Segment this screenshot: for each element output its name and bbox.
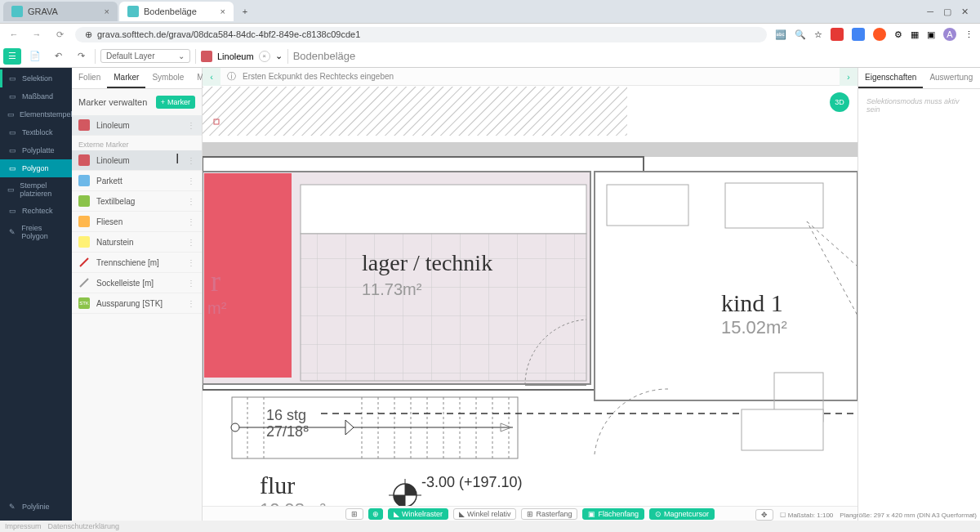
marker-item[interactable]: Fliesen ⋮ [72, 212, 202, 232]
marker-item[interactable]: STK Aussparung [STK] ⋮ [72, 293, 202, 314]
menu-icon[interactable]: ⋮ [964, 29, 973, 40]
plan-size: Plangröße: 297 x 420 mm (DIN A3 Querform… [840, 512, 977, 519]
status-icon-button[interactable]: ⊕ [368, 508, 383, 520]
tab-label: Bodenbeläge [144, 7, 197, 16]
more-icon[interactable]: ⋮ [187, 121, 195, 130]
tool-polylinie[interactable]: ✎Polylinie [0, 498, 72, 516]
profile-icon[interactable]: A [943, 28, 956, 41]
subtab-folien[interactable]: Folien [72, 68, 107, 88]
winkelraster-button[interactable]: ◣ Winkelraster [388, 508, 448, 520]
datenschutz-link[interactable]: Datenschutzerklärung [48, 522, 120, 530]
chevron-down-icon[interactable]: ⌄ [275, 51, 283, 61]
file-icon[interactable]: 📄 [26, 48, 44, 65]
status-icon-button[interactable]: ✥ [755, 509, 773, 521]
marker-swatch [78, 175, 90, 186]
polygon-icon: ▭ [7, 163, 17, 173]
marker-item[interactable]: Trennschiene [m] ⋮ [72, 253, 202, 273]
ext-icon[interactable]: ▦ [911, 29, 919, 40]
scale-label: ☐ Maßstab: 1:100 [780, 512, 833, 519]
zoom-icon[interactable]: 🔍 [795, 29, 806, 40]
cursor-icon: ▭ [7, 74, 17, 83]
layer-select[interactable]: Default Layer ⌄ [100, 49, 190, 63]
left-toolbar: ▭Selektion ▭Maßband ▭Elementstempel ▭Tex… [0, 68, 72, 521]
hint-prev-button[interactable]: ‹ [203, 68, 220, 86]
impressum-link[interactable]: Impressum [5, 522, 42, 530]
tab-eigenschaften[interactable]: Eigenschaften [858, 68, 923, 88]
redo-icon[interactable]: ↷ [72, 48, 90, 65]
marker-item[interactable]: Naturstein ⋮ [72, 232, 202, 253]
ext-pdf-icon[interactable] [831, 28, 844, 41]
more-icon[interactable]: ⋮ [187, 238, 195, 247]
tool-selektion[interactable]: ▭Selektion [0, 69, 72, 87]
ext-icon[interactable] [873, 28, 886, 41]
tool-elementstempel[interactable]: ▭Elementstempel [0, 105, 72, 123]
subtab-marker[interactable]: Marker [107, 68, 145, 88]
floorplan[interactable]: r m² lager / technik 11.73m² kind 1 15.0… [203, 86, 858, 521]
ruler-icon: ▭ [7, 92, 17, 101]
add-marker-button[interactable]: + Marker [156, 96, 195, 109]
tool-polyplatte[interactable]: ▭Polyplatte [0, 141, 72, 159]
extension-icons: 🔤 🔍 ☆ ⚙ ▦ ▣ A ⋮ [775, 28, 973, 41]
reload-icon[interactable]: ⟳ [52, 29, 67, 40]
tool-stempel-platzieren[interactable]: ▭Stempel platzieren [0, 177, 72, 202]
more-icon[interactable]: ⋮ [187, 177, 195, 186]
svg-rect-37 [742, 409, 823, 450]
more-icon[interactable]: ⋮ [187, 279, 195, 288]
rasterfang-button[interactable]: ⊞ Rasterfang [521, 508, 577, 520]
canvas[interactable]: ‹ ⓘ Ersten Eckpunkt des Rechtecks eingeb… [203, 68, 858, 521]
magnetcursor-button[interactable]: ⊙ Magnetcursor [649, 508, 715, 520]
footer: Impressum Datenschutzerklärung [0, 521, 980, 532]
minimize-icon[interactable]: ─ [927, 7, 933, 17]
room-area: 15.02m² [721, 317, 787, 338]
more-icon[interactable]: ⋮ [187, 197, 195, 206]
tool-rechteck[interactable]: ▭Rechteck [0, 202, 72, 220]
tool-polygon[interactable]: ▭Polygon [0, 159, 72, 177]
close-icon[interactable]: × [220, 7, 225, 16]
tool-freies-polygon[interactable]: ✎Freies Polygon [0, 220, 72, 244]
marker-item[interactable]: Linoleum I ⋮ [72, 150, 202, 171]
back-icon[interactable]: ← [7, 29, 21, 39]
subtab-symbole[interactable]: Symbole [145, 68, 190, 88]
hint-next-button[interactable]: ‹ [840, 68, 858, 86]
site-info-icon[interactable]: ⊕ [85, 29, 92, 40]
ext-icon[interactable]: ▣ [927, 29, 935, 40]
menu-button[interactable]: ☰ [3, 48, 21, 65]
tab-auswertung[interactable]: Auswertung [923, 68, 979, 88]
flaechenfang-button[interactable]: ▣ Flächenfang [582, 508, 644, 520]
forward-icon[interactable]: → [29, 29, 44, 39]
close-icon[interactable]: ✕ [961, 7, 969, 17]
subtabs: Folien Marker Symbole Materialien [72, 68, 202, 89]
maximize-icon[interactable]: ▢ [943, 7, 951, 17]
winkel-relativ-button[interactable]: ◣ Winkel relativ [453, 508, 517, 520]
tab-grava[interactable]: GRAVA × [3, 2, 118, 21]
free-polygon-icon: ✎ [7, 227, 16, 237]
url-input[interactable]: ⊕ grava.softtech.de/grava/08dca584-84dc-… [75, 27, 767, 42]
ext-icon[interactable] [852, 28, 865, 41]
marker-item[interactable]: Linoleum ⋮ [72, 115, 202, 136]
marker-item[interactable]: Parkett ⋮ [72, 171, 202, 191]
translate-icon[interactable]: 🔤 [775, 29, 786, 40]
svg-text:r: r [211, 265, 220, 297]
undo-icon[interactable]: ↶ [49, 48, 67, 65]
extensions-icon[interactable]: ⚙ [894, 29, 902, 40]
bookmark-icon[interactable]: ☆ [814, 29, 822, 40]
more-icon[interactable]: ⋮ [187, 156, 195, 165]
svg-rect-4 [203, 87, 627, 136]
tool-textblock[interactable]: ▭Textblock [0, 123, 72, 141]
clear-marker-icon[interactable]: × [259, 51, 270, 62]
marker-item[interactable]: Textilbelag ⋮ [72, 191, 202, 212]
more-icon[interactable]: ⋮ [187, 217, 195, 226]
marker-swatch [78, 119, 90, 131]
status-icon-button[interactable]: ⊞ [345, 508, 363, 520]
more-icon[interactable]: ⋮ [187, 258, 195, 267]
marker-swatch [201, 51, 212, 62]
tool-massband[interactable]: ▭Maßband [0, 87, 72, 105]
view-3d-button[interactable]: 3D [830, 92, 849, 112]
close-icon[interactable]: × [105, 7, 109, 16]
stk-swatch: STK [78, 297, 90, 309]
more-icon[interactable]: ⋮ [187, 299, 195, 308]
text-cursor-icon: I [176, 152, 179, 167]
marker-item[interactable]: Sockelleiste [m] ⋮ [72, 273, 202, 293]
new-tab-button[interactable]: + [235, 2, 255, 21]
tab-bodenbelaege[interactable]: Bodenbeläge × [119, 2, 234, 21]
